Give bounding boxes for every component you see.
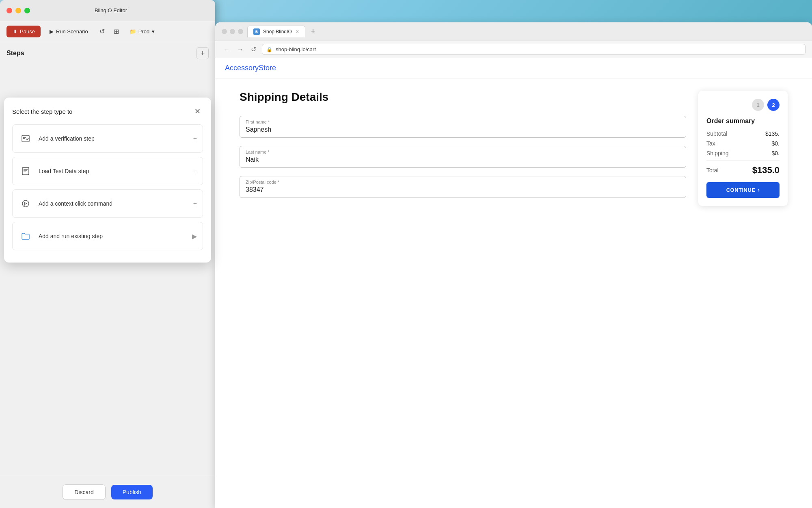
toolbar: ⏸ Pause ▶ Run Scenario ↺ ⊞ 📁 Prod ▾ bbox=[0, 21, 215, 42]
site-brand: AccessoryStore bbox=[225, 64, 276, 72]
add-verification-icon: + bbox=[193, 135, 197, 142]
context-click-label: Add a context click command bbox=[39, 200, 112, 207]
dropdown-title: Select the step type to bbox=[12, 108, 72, 115]
tab-favicon: B bbox=[253, 28, 260, 35]
browser-window: B Shop BlinqIO ✕ + ← → ↺ 🔒 shop-blinq.io… bbox=[215, 22, 812, 508]
order-shipping-row: Shipping $0. bbox=[706, 150, 780, 156]
zip-group: Zip/Postal code * 38347 bbox=[240, 176, 686, 198]
shipping-label: Shipping bbox=[706, 150, 729, 156]
steps-title: Steps bbox=[6, 50, 24, 57]
step-1-dot: 1 bbox=[752, 99, 764, 111]
last-name-field[interactable]: Last name * Naik bbox=[240, 146, 686, 168]
order-tax-row: Tax $0. bbox=[706, 140, 780, 147]
site-main: Shipping Details First name * Sapnesh La… bbox=[215, 78, 812, 508]
add-load-test-icon: + bbox=[193, 167, 197, 175]
context-click-icon bbox=[18, 196, 33, 211]
add-context-click-icon: + bbox=[193, 200, 197, 207]
discard-button[interactable]: Discard bbox=[63, 484, 105, 500]
tab-label: Shop BlinqIO bbox=[263, 29, 292, 35]
first-name-value: Sapnesh bbox=[246, 120, 680, 133]
step-2-dot: 2 bbox=[767, 99, 780, 111]
browser-close-light[interactable] bbox=[222, 29, 227, 34]
title-bar: BlinqIO Editor bbox=[0, 0, 215, 21]
continue-button[interactable]: CONTINUE › bbox=[706, 182, 780, 198]
brand-colored: Store bbox=[259, 64, 276, 72]
chevron-down-icon: ▾ bbox=[152, 28, 155, 35]
verification-icon bbox=[18, 131, 33, 146]
editor-window: BlinqIO Editor ⏸ Pause ▶ Run Scenario ↺ … bbox=[0, 0, 215, 508]
add-existing-step-option[interactable]: Add and run existing step ▶ bbox=[12, 222, 203, 250]
shipping-heading: Shipping Details bbox=[240, 91, 686, 104]
tax-label: Tax bbox=[706, 140, 715, 147]
subtotal-label: Subtotal bbox=[706, 130, 727, 137]
steps-header: Steps + bbox=[0, 42, 215, 64]
window-title: BlinqIO Editor bbox=[13, 7, 209, 13]
close-dropdown-button[interactable]: ✕ bbox=[192, 106, 203, 117]
subtotal-value: $135. bbox=[765, 130, 780, 137]
first-name-field[interactable]: First name * Sapnesh bbox=[240, 116, 686, 138]
env-selector[interactable]: 📁 Prod ▾ bbox=[125, 26, 159, 37]
step-indicator: 1 2 bbox=[706, 99, 780, 111]
last-name-label: Last name * bbox=[246, 150, 270, 154]
order-summary-title: Order summary bbox=[706, 117, 780, 125]
add-step-button[interactable]: + bbox=[197, 47, 209, 59]
close-traffic-light[interactable] bbox=[6, 8, 12, 13]
load-test-data-option[interactable]: Load Test Data step + bbox=[12, 157, 203, 185]
zip-label: Zip/Postal code * bbox=[246, 180, 279, 185]
site-nav: AccessoryStore bbox=[215, 58, 812, 78]
layout-button[interactable]: ⊞ bbox=[111, 25, 121, 38]
back-button[interactable]: ← bbox=[222, 44, 231, 55]
browser-fullscreen-light[interactable] bbox=[238, 29, 243, 34]
brand-plain: Accessory bbox=[225, 64, 259, 72]
address-bar[interactable]: 🔒 shop-blinq.io/cart bbox=[262, 44, 806, 55]
zip-value: 38347 bbox=[246, 180, 680, 193]
step-type-dropdown: Select the step type to ✕ Add a verifica… bbox=[4, 98, 211, 263]
shipping-form: Shipping Details First name * Sapnesh La… bbox=[240, 91, 686, 496]
context-click-option[interactable]: Add a context click command + bbox=[12, 189, 203, 218]
first-name-label: First name * bbox=[246, 119, 270, 124]
svg-rect-3 bbox=[22, 167, 29, 175]
folder-icon: 📁 bbox=[130, 28, 136, 35]
publish-button[interactable]: Publish bbox=[111, 485, 153, 499]
reload-button[interactable]: ↺ bbox=[249, 44, 258, 55]
tax-value: $0. bbox=[772, 140, 780, 147]
tab-close-button[interactable]: ✕ bbox=[295, 29, 299, 35]
existing-step-arrow-icon: ▶ bbox=[192, 232, 197, 240]
order-summary-panel: 1 2 Order summary Subtotal $135. Tax $0. bbox=[698, 91, 788, 206]
new-tab-button[interactable]: + bbox=[309, 27, 317, 36]
play-icon: ▶ bbox=[50, 28, 54, 35]
order-total-row: Total $135.0 bbox=[706, 165, 780, 176]
zip-field[interactable]: Zip/Postal code * 38347 bbox=[240, 176, 686, 198]
folder-existing-icon bbox=[18, 229, 33, 243]
order-subtotal-row: Subtotal $135. bbox=[706, 130, 780, 137]
lock-icon: 🔒 bbox=[266, 47, 272, 52]
load-test-data-label: Load Test Data step bbox=[39, 168, 89, 174]
load-data-icon bbox=[18, 164, 33, 178]
pause-button[interactable]: ⏸ Pause bbox=[6, 26, 41, 37]
browser-nav: ← → ↺ 🔒 shop-blinq.io/cart bbox=[215, 41, 812, 58]
run-scenario-button[interactable]: ▶ Run Scenario bbox=[45, 26, 93, 37]
last-name-value: Naik bbox=[246, 150, 680, 163]
continue-arrow-icon: › bbox=[758, 187, 760, 193]
site-wrapper: AccessoryStore Shipping Details First na… bbox=[215, 58, 812, 508]
total-label: Total bbox=[706, 167, 719, 174]
pause-icon: ⏸ bbox=[12, 28, 17, 35]
add-verification-step-option[interactable]: Add a verification step + bbox=[12, 124, 203, 153]
order-divider bbox=[706, 161, 780, 161]
shipping-value: $0. bbox=[772, 150, 780, 156]
svg-point-7 bbox=[22, 200, 29, 207]
browser-titlebar: B Shop BlinqIO ✕ + bbox=[215, 22, 812, 41]
refresh-button[interactable]: ↺ bbox=[97, 25, 107, 38]
browser-tab[interactable]: B Shop BlinqIO ✕ bbox=[247, 26, 305, 37]
continue-label: CONTINUE bbox=[726, 187, 756, 193]
first-name-group: First name * Sapnesh bbox=[240, 116, 686, 138]
forward-button[interactable]: → bbox=[235, 44, 245, 55]
verification-step-label: Add a verification step bbox=[39, 135, 95, 142]
dropdown-header: Select the step type to ✕ bbox=[12, 106, 203, 117]
add-existing-step-label: Add and run existing step bbox=[39, 233, 103, 239]
last-name-group: Last name * Naik bbox=[240, 146, 686, 168]
browser-minimize-light[interactable] bbox=[230, 29, 235, 34]
total-value: $135.0 bbox=[752, 165, 780, 176]
editor-footer: Discard Publish bbox=[0, 476, 215, 508]
url-text: shop-blinq.io/cart bbox=[276, 46, 316, 52]
